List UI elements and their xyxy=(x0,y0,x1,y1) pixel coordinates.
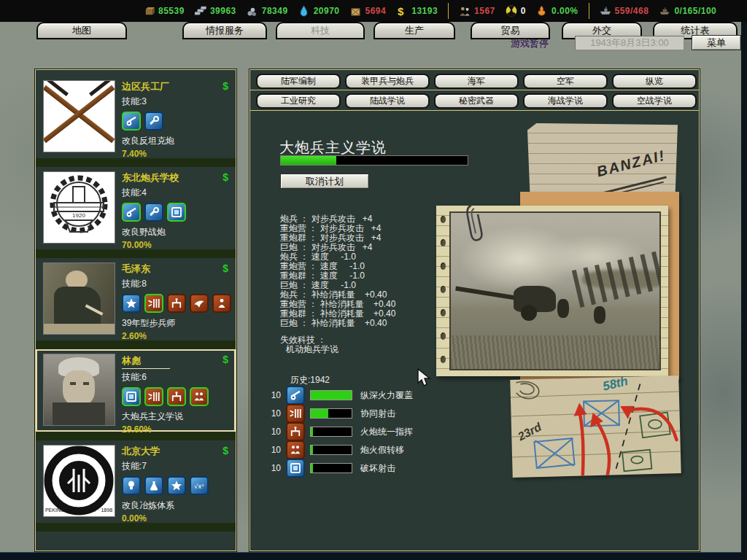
component-strength: 10 xyxy=(268,427,281,437)
escorts-icon xyxy=(659,5,670,17)
combined-arms-icon xyxy=(144,387,163,406)
team-slot-northeast-artillery-school[interactable]: 1920 东北炮兵学校 $ 技能:4 改良野战炮 70.00% xyxy=(36,167,236,249)
people-icon xyxy=(286,440,305,459)
game-screen: { "topbar": { "resources": [ {"name":"en… xyxy=(0,0,747,560)
portrait-eye xyxy=(70,382,76,385)
resource-escorts: 0/165/100 xyxy=(659,5,716,17)
team-research-progress: 29.60% xyxy=(122,424,230,435)
techtab-land-divisions[interactable]: 陆军编制 xyxy=(256,74,341,89)
team-slot-peking-university[interactable]: PEKING UNIVERSITY · 1898 北京大学 $ 技能:7 √x²… xyxy=(36,440,236,523)
resource-value: 0 xyxy=(521,6,526,16)
team-portrait-mao xyxy=(43,262,115,335)
tech-effect-line: 巨炮 ： 补给消耗量 +0.40 xyxy=(280,319,395,328)
team-skill: 技能:8 xyxy=(122,278,230,290)
team-research-tech: 大炮兵主义学说 xyxy=(122,411,230,423)
component-strength: 10 xyxy=(268,390,281,400)
slot-separator xyxy=(36,249,236,258)
cannon-icon xyxy=(122,112,141,131)
photo-grass xyxy=(451,335,659,369)
photo-soldier xyxy=(594,306,605,324)
tech-component-row: 10炮火假转移 xyxy=(268,440,404,459)
tab-production[interactable]: 生产 xyxy=(374,22,455,39)
team-research-tech: 改良反坦克炮 xyxy=(122,135,230,147)
combined-arms-icon xyxy=(144,294,163,313)
combined-arms-icon xyxy=(286,404,305,423)
techtab-industry[interactable]: 工业研究 xyxy=(256,93,341,109)
command-icon xyxy=(286,422,305,441)
resource-supplies: 5694 xyxy=(350,5,387,17)
team-portrait-crossed-rifles xyxy=(43,80,115,152)
component-progress-fill xyxy=(311,391,352,400)
tab-label: 生产 xyxy=(405,24,424,37)
techtab-naval-doctrine[interactable]: 海战学说 xyxy=(523,93,608,109)
resource-value: 559/468 xyxy=(615,6,649,16)
component-label: 协同射击 xyxy=(360,408,395,420)
techtab-label: 陆战学说 xyxy=(370,95,405,107)
person-icon xyxy=(212,294,231,313)
star-icon xyxy=(122,294,141,313)
techtab-label: 空战学说 xyxy=(637,95,672,107)
team-slot-mao-zedong[interactable]: 毛泽东 $ 技能:8 39年型步兵师 2.60% xyxy=(36,258,236,341)
slot-separator xyxy=(36,341,236,349)
funding-dollar: $ xyxy=(222,354,228,365)
techtab-label: 秘密武器 xyxy=(459,95,494,107)
team-skill: 技能:6 xyxy=(122,371,230,384)
component-strength: 10 xyxy=(268,445,281,455)
battle-sketch-paper: 58th 23rd xyxy=(510,376,681,478)
tab-map[interactable]: 地图 xyxy=(36,22,127,39)
team-skill: 技能:7 xyxy=(122,460,230,472)
tech-component-row: 10协同射击 xyxy=(268,404,395,423)
techtab-air-doctrine[interactable]: 空战学说 xyxy=(612,93,697,109)
component-label: 纵深火力覆盖 xyxy=(360,389,413,402)
battle-sketch: 58th 23rd xyxy=(510,376,681,478)
resource-value: 20970 xyxy=(314,6,340,16)
skill-icons xyxy=(122,203,230,225)
techtab-airforce[interactable]: 空军 xyxy=(523,74,608,89)
portrait-desk xyxy=(44,324,115,334)
tab-technology[interactable]: 科技 xyxy=(276,22,365,39)
wrench-icon xyxy=(144,112,163,131)
metal-icon xyxy=(195,5,206,17)
component-progress-bar xyxy=(310,408,352,419)
component-progress-bar xyxy=(310,390,352,400)
manpower-icon xyxy=(459,5,471,17)
resource-oil: 20970 xyxy=(298,5,340,17)
techtab-overview[interactable]: 纵览 xyxy=(612,74,697,89)
rare-materials-icon xyxy=(247,5,258,17)
resource-list: 855393996378349209705694$13193156700.00%… xyxy=(143,3,727,19)
banzai-text: BANZAI! xyxy=(595,147,667,181)
tech-team-panel: 边区兵工厂 $ 技能:3 改良反坦克炮 7.40% 1920 东北炮兵学校 $ … xyxy=(35,69,236,551)
svg-text:1920: 1920 xyxy=(72,212,85,219)
book-icon xyxy=(286,459,305,478)
obsolete-tech-item: 机动炮兵学说 xyxy=(286,345,338,354)
team-name: 东北炮兵学校 xyxy=(122,171,230,184)
history-year-label: 历史:1942 xyxy=(290,374,330,386)
wrench-icon xyxy=(144,203,163,222)
team-skill: 技能:4 xyxy=(122,187,230,199)
dissent-icon xyxy=(536,5,548,17)
cancel-plan-button[interactable]: 取消计划 xyxy=(280,174,369,189)
tab-intelligence[interactable]: 情报服务 xyxy=(182,22,267,39)
techtab-navy[interactable]: 海军 xyxy=(434,74,519,89)
team-slot-lin-biao[interactable]: 林彪 $ 技能:6 大炮兵主义学说 29.60% xyxy=(36,349,236,432)
team-name: 边区兵工厂 xyxy=(122,80,230,93)
tab-label: 情报服务 xyxy=(206,24,244,37)
tab-label: 地图 xyxy=(72,24,91,37)
techtab-label: 工业研究 xyxy=(281,95,316,107)
resource-value: 0.00% xyxy=(551,6,578,16)
techtab-secret-weapons[interactable]: 秘密武器 xyxy=(434,93,519,109)
menu-button[interactable]: 菜单 xyxy=(692,35,741,50)
resource-value: 39963 xyxy=(210,6,236,16)
techtab-armor-artillery[interactable]: 装甲兵与炮兵 xyxy=(345,74,430,89)
slot-separator xyxy=(36,158,236,167)
team-research-tech: 改良野战炮 xyxy=(122,226,230,238)
nuclear-icon xyxy=(506,5,517,17)
resource-separator xyxy=(589,3,589,19)
current-tech-title: 大炮兵主义学说 xyxy=(279,138,387,158)
techtab-land-doctrine[interactable]: 陆战学说 xyxy=(345,93,430,109)
tab-label: 科技 xyxy=(311,24,330,37)
team-slot-bianqu-arsenal[interactable]: 边区兵工厂 $ 技能:3 改良反坦克炮 7.40% xyxy=(36,76,236,158)
cannon-icon xyxy=(122,203,141,222)
techtab-label: 空军 xyxy=(557,75,574,88)
tab-label: 贸易 xyxy=(501,24,520,37)
